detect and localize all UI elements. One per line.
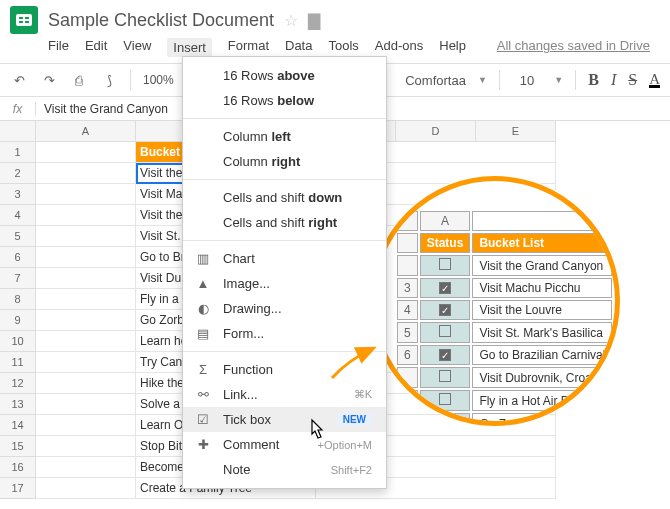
row-header[interactable]: 15 [0, 436, 36, 457]
list-item: Visit St. Mark's Basilica [472, 322, 612, 343]
function-icon: Σ [195, 362, 211, 378]
cursor-pointer-icon [305, 418, 327, 449]
checkbox[interactable] [420, 255, 471, 276]
save-status: All changes saved in Drive [497, 38, 660, 57]
checkbox[interactable] [420, 322, 471, 343]
link-icon: ⚯ [195, 387, 211, 403]
menu-comment[interactable]: ✚Comment+Option+M [183, 432, 386, 457]
row-header[interactable]: 1 [0, 142, 36, 163]
chart-icon: ▥ [195, 251, 211, 267]
menu-rows-above[interactable]: 16 Rows above [183, 63, 386, 88]
menu-help[interactable]: Help [439, 38, 466, 57]
fx-label: fx [0, 102, 36, 116]
menu-chart[interactable]: ▥Chart [183, 246, 386, 271]
col-header-d[interactable]: D [396, 121, 476, 142]
row-header[interactable]: 3 [0, 184, 36, 205]
menu-view[interactable]: View [123, 38, 151, 57]
row-header[interactable]: 4 [0, 205, 36, 226]
cell[interactable] [36, 457, 136, 478]
checkbox[interactable]: ✓ [420, 300, 471, 320]
italic-button[interactable]: I [611, 71, 616, 89]
row-header[interactable]: 11 [0, 352, 36, 373]
cell[interactable] [36, 436, 136, 457]
font-size-select[interactable]: 10 [512, 73, 542, 88]
row-header[interactable]: 7 [0, 268, 36, 289]
sheets-logo [10, 6, 38, 34]
row-header[interactable]: 5 [0, 226, 36, 247]
row-header[interactable]: 17 [0, 478, 36, 499]
row-headers: 1234567891011121314151617 [0, 142, 36, 499]
row-header[interactable]: 13 [0, 394, 36, 415]
menu-file[interactable]: File [48, 38, 69, 57]
menu-edit[interactable]: Edit [85, 38, 107, 57]
chevron-down-icon[interactable]: ▼ [478, 75, 487, 85]
print-icon[interactable]: ⎙ [70, 71, 88, 89]
menu-tickbox[interactable]: ☑Tick boxNEW [183, 407, 386, 432]
cell[interactable] [36, 247, 136, 268]
menu-note[interactable]: NoteShift+F2 [183, 457, 386, 482]
select-all-corner[interactable] [0, 121, 36, 142]
menu-data[interactable]: Data [285, 38, 312, 57]
checkbox[interactable]: ✓ [420, 278, 471, 298]
row-header[interactable]: 6 [0, 247, 36, 268]
chevron-down-icon[interactable]: ▼ [554, 75, 563, 85]
folder-icon[interactable]: ▇ [308, 11, 320, 30]
menu-image[interactable]: ▲Image... [183, 271, 386, 296]
cell[interactable] [36, 331, 136, 352]
comment-icon: ✚ [195, 437, 211, 453]
menu-addons[interactable]: Add-ons [375, 38, 423, 57]
checkbox[interactable]: ✓ [420, 345, 471, 365]
row-header[interactable]: 9 [0, 310, 36, 331]
cell[interactable] [36, 184, 136, 205]
cell[interactable] [36, 226, 136, 247]
cell[interactable] [36, 415, 136, 436]
image-icon: ▲ [195, 276, 211, 292]
checkbox-icon: ☑ [195, 412, 211, 428]
col-header-e[interactable]: E [476, 121, 556, 142]
cell[interactable] [36, 310, 136, 331]
menu-insert[interactable]: Insert [167, 38, 212, 57]
cell[interactable] [36, 142, 136, 163]
row-header[interactable]: 2 [0, 163, 36, 184]
menu-shift-down[interactable]: Cells and shift down [183, 185, 386, 210]
strikethrough-button[interactable]: S [628, 71, 637, 89]
bold-button[interactable]: B [588, 71, 599, 89]
cell[interactable] [36, 478, 136, 499]
text-color-button[interactable]: A [649, 73, 660, 88]
list-item: Visit Machu Picchu [472, 278, 612, 298]
drawing-icon: ◐ [195, 301, 211, 317]
cell[interactable] [36, 352, 136, 373]
cell[interactable] [36, 268, 136, 289]
row-header[interactable]: 8 [0, 289, 36, 310]
inset-list-header: Bucket List [472, 233, 612, 253]
formula-value[interactable]: Visit the Grand Canyon [36, 102, 168, 116]
menu-tools[interactable]: Tools [328, 38, 358, 57]
row-header[interactable]: 14 [0, 415, 36, 436]
menu-rows-below[interactable]: 16 Rows below [183, 88, 386, 113]
star-icon[interactable]: ☆ [284, 11, 298, 30]
paint-format-icon[interactable]: ⟆ [100, 71, 118, 89]
cell[interactable] [36, 394, 136, 415]
cell[interactable] [36, 205, 136, 226]
row-header[interactable]: 12 [0, 373, 36, 394]
list-item: Visit the Louvre [472, 300, 612, 320]
col-header-a[interactable]: A [36, 121, 136, 142]
zoom-select[interactable]: 100% [143, 73, 174, 87]
doc-title[interactable]: Sample Checklist Document [48, 10, 274, 31]
menu-format[interactable]: Format [228, 38, 269, 57]
app-header: Sample Checklist Document ☆ ▇ File Edit … [0, 0, 670, 63]
menu-drawing[interactable]: ◐Drawing... [183, 296, 386, 321]
checkbox[interactable] [420, 367, 471, 388]
cell[interactable] [36, 163, 136, 184]
menu-column-left[interactable]: Column left [183, 124, 386, 149]
font-select[interactable]: Comfortaa [405, 73, 466, 88]
menu-shift-right[interactable]: Cells and shift right [183, 210, 386, 235]
cell[interactable] [36, 289, 136, 310]
menu-column-right[interactable]: Column right [183, 149, 386, 174]
redo-icon[interactable]: ↷ [40, 71, 58, 89]
row-header[interactable]: 10 [0, 331, 36, 352]
row-header[interactable]: 16 [0, 457, 36, 478]
menu-link[interactable]: ⚯Link...⌘K [183, 382, 386, 407]
undo-icon[interactable]: ↶ [10, 71, 28, 89]
cell[interactable] [36, 373, 136, 394]
